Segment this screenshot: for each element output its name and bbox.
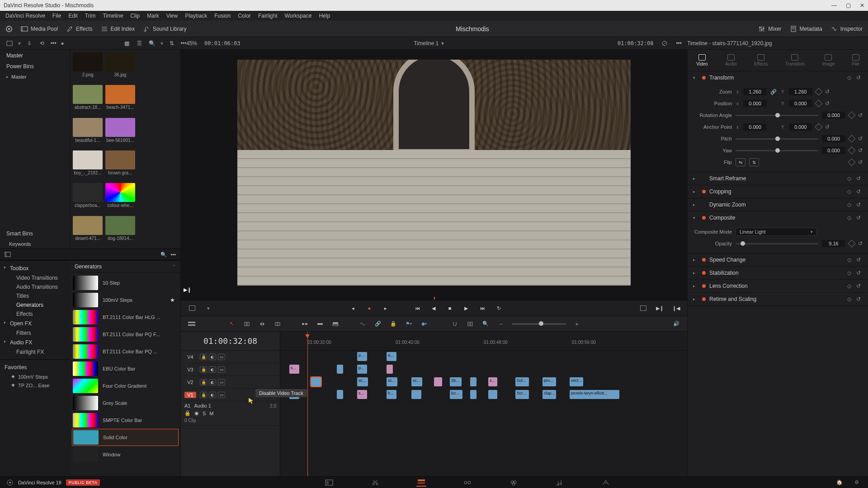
section-reset-icon[interactable]: ↺ [856,188,863,195]
media-item[interactable]: beach-3471... [105,85,135,115]
track-lock-icon[interactable]: 🔒 [200,366,207,373]
viewer-menu-dots[interactable]: ••• [676,40,682,47]
section-lens-correction[interactable]: ▸Lens Correction◇↺ [688,280,868,292]
inspector-tab-audio[interactable]: Audio [725,54,737,66]
snap-icon[interactable] [450,319,459,328]
timeline-dropdown-icon[interactable]: ▾ [441,40,444,47]
audiofx-fairlight[interactable]: Fairlight FX [0,347,70,357]
track-enable-icon[interactable]: ▭ [218,379,225,385]
effects-search-icon[interactable]: 🔍 [160,252,167,258]
audio-mute-button[interactable]: M [209,411,213,416]
media-item[interactable]: brown gra... [105,150,135,180]
effects-menu-dots[interactable]: ••• [170,252,176,257]
openfx-header[interactable]: Open FX [0,319,70,328]
timeline-clip[interactable]: s... [289,365,299,374]
opacity-input[interactable] [822,240,845,247]
trim-tool-icon[interactable] [242,319,251,328]
rotation-keyframe-icon[interactable] [848,112,856,119]
flip-h-button[interactable]: ⇋ [736,158,745,166]
minimize-button[interactable]: — [831,2,837,9]
timeline-clip[interactable]: sc... [387,377,397,386]
zoom-in-button[interactable]: + [572,319,581,328]
track-header-v3[interactable]: V3🔒◐▭ [181,363,280,376]
yaw-slider[interactable] [736,150,818,151]
section-keyframe-icon[interactable]: ◇ [847,296,854,302]
yaw-keyframe-icon[interactable] [848,147,856,155]
go-to-in-icon[interactable]: ▶❙ [655,303,665,313]
power-bin-master[interactable]: ▸Master [0,72,70,81]
menu-file[interactable]: File [52,13,61,19]
audio-lock-icon[interactable]: 🔒 [184,410,191,416]
menu-fairlight[interactable]: Fairlight [258,13,278,19]
toolbox-generators[interactable]: Generators [0,300,70,310]
transform-reset-icon[interactable]: ↺ [856,75,863,81]
generator-item[interactable]: Window [72,446,179,463]
timeline-view-options-icon[interactable] [187,319,196,328]
pitch-keyframe-icon[interactable] [848,135,856,143]
flip-reset-icon[interactable]: ↺ [858,159,863,165]
marker-icon[interactable]: ◆▾ [420,319,429,328]
section-reset-icon[interactable]: ↺ [856,296,863,302]
detail-zoom-icon[interactable]: 🔍 [481,319,490,328]
bypass-icon[interactable] [660,39,669,47]
menu-view[interactable]: View [166,13,178,19]
loop-button[interactable]: ↻ [494,303,504,313]
position-reset-icon[interactable]: ↺ [825,100,830,107]
edit-page-icon[interactable] [416,479,426,487]
import-icon[interactable]: ⇩ [25,39,33,47]
transform-keyframe-icon[interactable]: ◇ [847,75,854,81]
opacity-slider[interactable] [736,243,818,244]
playhead[interactable] [307,332,308,476]
toolbox-video-transitions[interactable]: Video Transitions [0,273,70,282]
zoom-slider[interactable] [512,323,566,325]
menu-timeline[interactable]: Timeline [103,13,123,19]
section-dynamic-zoom[interactable]: ▸Dynamic Zoom◇↺ [688,198,868,211]
position-x-input[interactable] [743,100,767,107]
timeline-clip[interactable]: sc... [357,377,368,386]
menu-color[interactable]: Color [238,13,251,19]
yaw-reset-icon[interactable]: ↺ [858,147,863,154]
menu-help[interactable]: Help [319,13,330,19]
home-icon[interactable]: 🏠 [835,479,844,487]
track-lock-icon[interactable]: 🔒 [200,379,207,385]
first-frame-button[interactable]: ⏮ [412,303,422,313]
selection-tool-icon[interactable]: ↖ [227,319,236,328]
track-row-v1[interactable]: b...s...b...bo...Scr...clap...pexels-tar… [280,389,687,401]
pitch-reset-icon[interactable]: ↺ [858,136,863,142]
timeline-clip[interactable]: Scr... [515,390,529,399]
collapse-icon[interactable]: ⌃ [172,264,176,269]
bin-menu-dots[interactable]: ••• [51,40,57,47]
menu-mark[interactable]: Mark [147,13,159,19]
media-item[interactable]: desert-471... [73,216,103,246]
anchor-reset-icon[interactable]: ↺ [825,124,830,130]
transform-section-header[interactable]: ▾ Transform ◇↺ [688,71,868,84]
track-auto-icon[interactable]: ◐ [209,392,216,398]
mark-in-icon[interactable] [187,303,197,313]
sort-icon[interactable]: ⇅ [168,39,176,47]
composite-mode-select[interactable]: Linear Light▾ [736,228,817,236]
inspector-button[interactable]: Inspector [830,25,863,33]
zoom-to-fit-icon[interactable] [466,319,475,328]
power-bins-header[interactable]: Power Bins [0,61,70,72]
viewer[interactable]: ▶❙ [181,50,687,296]
generator-item[interactable]: BT.2111 Color Bar PQ F... [72,326,179,343]
effects-button[interactable]: Effects [66,25,92,33]
timeline-clip[interactable]: bo... [450,390,462,399]
section-keyframe-icon[interactable]: ◇ [847,188,854,195]
rotation-reset-icon[interactable]: ↺ [858,112,863,118]
smart-bin-keywords[interactable]: Keywords [0,239,70,249]
sync-icon[interactable]: ⟲ [38,39,46,47]
blade-tool-icon[interactable] [273,319,282,328]
metadata-button[interactable]: Metadata [790,25,822,33]
section-keyframe-icon[interactable]: ◇ [847,283,854,289]
zoom-keyframe-icon[interactable] [815,88,822,96]
toolbox-header[interactable]: Toolbox [0,263,70,273]
track-auto-icon[interactable]: ◐ [209,354,216,360]
media-item[interactable]: 2.png [73,52,103,82]
resolve-logo[interactable] [5,25,13,33]
toolbox-effects[interactable]: Effects [0,310,70,319]
timeline-clip[interactable]: pexels-taryn-elliott... [570,390,619,399]
generator-item[interactable]: Four Color Gradient [72,377,179,394]
timeline-clip[interactable] [387,365,393,374]
inspector-tab-effects[interactable]: Effects [754,54,768,66]
